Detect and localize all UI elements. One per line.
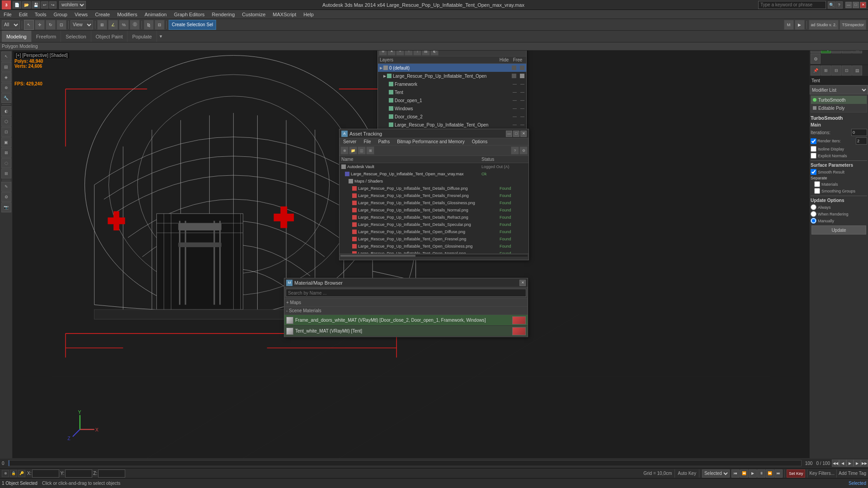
- timeline-back[interactable]: ◀◀: [832, 460, 839, 467]
- asset-map-9[interactable]: Large_Rescue_Pop_Up_Inflatable_Tent_Open…: [340, 243, 528, 250]
- material-search[interactable]: [286, 289, 526, 297]
- transport-prev[interactable]: ⏪: [740, 469, 748, 478]
- when-rendering-radio[interactable]: [811, 211, 816, 217]
- reference-dropdown[interactable]: View: [71, 20, 93, 29]
- tab-object-paint[interactable]: Object Paint: [91, 31, 128, 42]
- key-filters-label[interactable]: Key Filters...: [809, 471, 835, 476]
- y-coord[interactable]: [65, 469, 92, 478]
- asset-minimize[interactable]: —: [506, 131, 512, 137]
- transport-next[interactable]: ⏩: [766, 469, 774, 478]
- timeline-fwd[interactable]: ▶▶: [861, 460, 868, 467]
- angle-snap[interactable]: ∠: [108, 20, 118, 30]
- x-coord[interactable]: [32, 469, 59, 478]
- at-icon-2[interactable]: 📁: [349, 146, 357, 155]
- rs-icon-toggle4[interactable]: ▤: [852, 66, 862, 75]
- snap-toggle[interactable]: ⊞: [97, 20, 107, 30]
- menu-customize[interactable]: Customize: [238, 11, 269, 18]
- asset-menu-options[interactable]: Options: [468, 138, 491, 145]
- timeline-track[interactable]: [8, 460, 802, 466]
- timeline-play[interactable]: ▶: [846, 460, 854, 467]
- lt-icon-5[interactable]: 🔧: [1, 93, 11, 103]
- lt-icon-8[interactable]: ⊡: [1, 127, 11, 137]
- material-panel-close[interactable]: ✕: [519, 280, 526, 286]
- layer-item-tent-open[interactable]: ▶ Large_Rescue_Pop_Up_Inflatable_Tent_Op…: [378, 72, 526, 80]
- maps-section[interactable]: + Maps: [284, 299, 528, 307]
- tab-modeling[interactable]: Modeling: [2, 31, 32, 42]
- menu-help[interactable]: Help: [300, 11, 317, 18]
- rs-icon-toggle2[interactable]: ⊟: [831, 66, 841, 75]
- at-help[interactable]: ?: [511, 146, 519, 155]
- move-tool[interactable]: ✛: [35, 20, 45, 30]
- asset-maximize[interactable]: □: [513, 131, 519, 137]
- selected-dropdown[interactable]: Selected: [702, 469, 730, 478]
- asset-map-4[interactable]: Large_Rescue_Pop_Up_Inflatable_Tent_Deta…: [340, 206, 528, 214]
- rs-icon-pin[interactable]: 📌: [811, 66, 821, 75]
- asset-map-3[interactable]: Large_Rescue_Pop_Up_Inflatable_Tent_Deta…: [340, 199, 528, 206]
- lt-icon-1[interactable]: ↖: [1, 52, 11, 61]
- layer-item-framework[interactable]: Framework — —: [378, 80, 526, 88]
- save-btn[interactable]: 💾: [32, 1, 40, 9]
- lt-icon-2[interactable]: ▤: [1, 62, 11, 72]
- menu-create[interactable]: Create: [91, 11, 113, 18]
- rs-icon-toggle3[interactable]: ⊡: [842, 66, 852, 75]
- menu-modifiers[interactable]: Modifiers: [113, 11, 141, 18]
- menu-rendering[interactable]: Rendering: [208, 11, 239, 18]
- asset-vault[interactable]: Autodesk Vault Logged Out (A): [340, 163, 528, 170]
- modifier-item-editablepoly[interactable]: Editable Poly: [811, 104, 867, 112]
- menu-graph-editors[interactable]: Graph Editors: [170, 11, 208, 18]
- asset-maps-folder[interactable]: Maps / Shaders: [340, 178, 528, 185]
- menu-views[interactable]: Views: [71, 11, 91, 18]
- scene-materials-section[interactable]: - Scene Materials: [284, 307, 528, 315]
- lt-icon-6[interactable]: ◐: [1, 106, 11, 116]
- search-input[interactable]: [758, 1, 826, 9]
- close-btn[interactable]: ✕: [860, 2, 866, 8]
- layer-item-door-open[interactable]: Door_open_1 — —: [378, 96, 526, 104]
- rotate-tool[interactable]: ↻: [46, 20, 56, 30]
- mirror-tool[interactable]: ⧎: [144, 20, 154, 30]
- search-btn[interactable]: 🔍: [828, 1, 835, 9]
- explicit-normals-checkbox[interactable]: [811, 153, 816, 159]
- lt-icon-4[interactable]: ⊕: [1, 83, 11, 93]
- layer-item-default[interactable]: ▶ 0 (default): [378, 64, 526, 72]
- maximize-btn[interactable]: □: [853, 2, 859, 8]
- at-settings[interactable]: ⚙: [519, 146, 528, 155]
- help-btn[interactable]: ?: [835, 1, 843, 9]
- asset-menu-server[interactable]: Server: [340, 138, 360, 145]
- ts-inspector-btn[interactable]: TSInspector: [840, 20, 866, 30]
- z-coord[interactable]: [98, 469, 125, 478]
- spinner-snap[interactable]: ⓪: [130, 20, 140, 30]
- layer-item-tent-open2[interactable]: Large_Rescue_Pop_Up_Inflatable_Tent_Open…: [378, 121, 526, 129]
- asset-menu-file[interactable]: File: [360, 138, 374, 145]
- menu-animation[interactable]: Animation: [141, 11, 170, 18]
- menu-tools[interactable]: Tools: [31, 11, 50, 18]
- percent-snap[interactable]: %: [119, 20, 129, 30]
- at-icon-1[interactable]: ⊕: [340, 146, 349, 155]
- lt-icon-14[interactable]: ⚙: [1, 192, 11, 202]
- timeline-next[interactable]: ▶: [854, 460, 861, 467]
- lt-icon-10[interactable]: ⊠: [1, 148, 11, 158]
- material-item-2[interactable]: Tent_white_MAT (VRayMtl) [Tent]: [284, 326, 528, 337]
- asset-map-6[interactable]: Large_Rescue_Pop_Up_Inflatable_Tent_Deta…: [340, 221, 528, 228]
- render-iters-input[interactable]: [856, 137, 867, 145]
- tab-freeform[interactable]: Freeform: [32, 31, 61, 42]
- lt-icon-7[interactable]: ⬡: [1, 117, 11, 127]
- transport-stop[interactable]: ⏸: [757, 469, 765, 478]
- material-item-1[interactable]: Frame_and_doors_white_MAT (VRayMtl) [Doo…: [284, 315, 528, 326]
- user-dropdown[interactable]: wohilem: [59, 1, 86, 9]
- rs-icon-toggle[interactable]: ⊞: [821, 66, 831, 75]
- render-btn[interactable]: ▶: [795, 20, 805, 30]
- asset-map-8[interactable]: Large_Rescue_Pop_Up_Inflatable_Tent_Open…: [340, 235, 528, 243]
- layer-item-door-close[interactable]: Door_close_2 — —: [378, 113, 526, 121]
- lt-icon-12[interactable]: ⊞: [1, 169, 11, 178]
- lt-icon-3[interactable]: ◈: [1, 72, 11, 82]
- align-tool[interactable]: ⊟: [155, 20, 165, 30]
- studio-btn[interactable]: ad Studio v. 2.: [809, 20, 839, 30]
- at-icon-4[interactable]: ⊞: [366, 146, 374, 155]
- layer-item-tent[interactable]: Tent — —: [378, 88, 526, 96]
- tab-selection[interactable]: Selection: [61, 31, 91, 42]
- redo-btn[interactable]: ↪: [49, 1, 57, 9]
- create-selection-btn[interactable]: Create Selection Sel: [169, 20, 216, 30]
- menu-edit[interactable]: Edit: [15, 11, 31, 18]
- asset-menu-bitmap[interactable]: Bitmap Performance and Memory: [393, 138, 468, 145]
- modifier-search[interactable]: [810, 76, 868, 85]
